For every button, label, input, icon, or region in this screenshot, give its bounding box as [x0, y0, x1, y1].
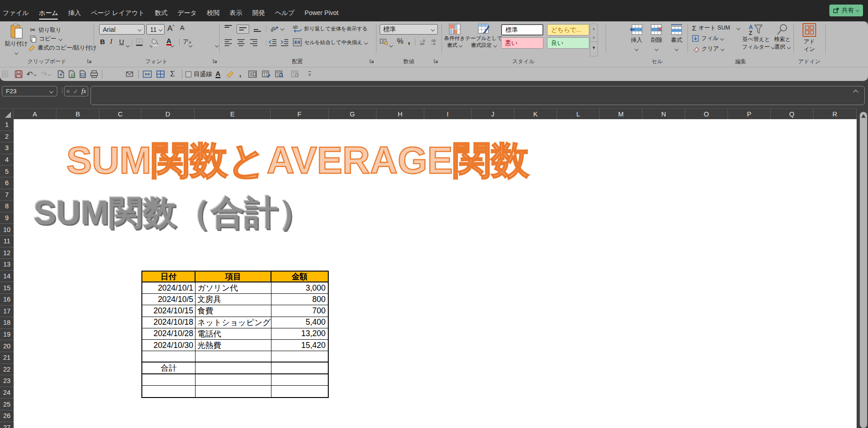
comma-style-button[interactable]: ,: [408, 36, 410, 46]
table-cell[interactable]: [196, 374, 271, 385]
borders-grid-button[interactable]: [156, 67, 165, 81]
column-header-M[interactable]: M: [600, 109, 642, 120]
menu-item-ホーム[interactable]: ホーム: [34, 0, 63, 21]
title-wordart[interactable]: SUM関数とAVERAGE関数: [66, 135, 529, 186]
table-cell[interactable]: 2024/10/28: [142, 328, 196, 339]
format-cells-button[interactable]: 書式: [667, 24, 687, 52]
column-header-H[interactable]: H: [376, 109, 424, 120]
align-bottom-button[interactable]: [253, 25, 262, 33]
table-cell[interactable]: 2024/10/30: [142, 340, 196, 351]
column-header-Q[interactable]: Q: [771, 109, 813, 120]
conditional-formatting-button[interactable]: 条件付き 書式: [443, 24, 467, 49]
table-cell[interactable]: [142, 351, 196, 362]
row-header-11[interactable]: 11: [0, 236, 14, 247]
table-cell[interactable]: 15,420: [271, 340, 328, 351]
export-button[interactable]: [125, 67, 134, 81]
table-search-disabled-button[interactable]: [291, 67, 300, 81]
table-total-cell[interactable]: [196, 363, 271, 373]
column-header-P[interactable]: P: [728, 109, 771, 120]
table-cell[interactable]: 電話代: [196, 328, 271, 339]
row-header-19[interactable]: 19: [0, 329, 14, 341]
column-header-B[interactable]: B: [56, 109, 100, 120]
merge-center-button[interactable]: セルを結合して中央揃え: [293, 38, 368, 46]
addins-button[interactable]: アド イン: [799, 23, 819, 53]
autosum-button[interactable]: Σ オート SUM: [692, 24, 740, 32]
menu-item-データ[interactable]: データ: [172, 0, 202, 21]
sort-filter-button[interactable]: A Z 並べ替えと フィルター: [742, 24, 770, 51]
merge-cells-button[interactable]: [143, 67, 152, 81]
column-header-J[interactable]: J: [472, 109, 514, 120]
increase-font-button[interactable]: A^: [167, 24, 175, 33]
table-cell[interactable]: 2024/10/18: [142, 317, 196, 328]
column-header-E[interactable]: E: [195, 109, 271, 120]
gallery-scroll[interactable]: ˄ ˅ ▼: [590, 24, 598, 56]
row-header-13[interactable]: 13: [0, 259, 14, 271]
decrease-decimal-button[interactable]: .00→0: [429, 38, 438, 45]
insert-cells-button[interactable]: 挿入: [627, 24, 647, 52]
font-color-button[interactable]: A: [166, 37, 171, 45]
row-header-18[interactable]: 18: [0, 317, 14, 329]
cell-format-button[interactable]: [248, 67, 257, 81]
table-cell[interactable]: 2024/10/5: [142, 294, 196, 305]
page-setup-button[interactable]: [57, 67, 65, 81]
orientation-button[interactable]: ab: [270, 24, 284, 33]
enter-button[interactable]: ✓: [73, 88, 78, 95]
row-header-17[interactable]: 17: [0, 306, 14, 317]
column-header-G[interactable]: G: [329, 109, 376, 120]
column-header-C[interactable]: C: [100, 109, 141, 120]
scrollbar-thumb[interactable]: [860, 112, 867, 428]
cell-style-どちらで...[interactable]: どちらで...: [547, 24, 589, 35]
underline-button[interactable]: U: [119, 38, 124, 45]
cut-button[interactable]: ✂ 切り取り: [30, 26, 61, 34]
row-header-9[interactable]: 9: [0, 212, 14, 224]
row-header-4[interactable]: 4: [0, 154, 14, 166]
table-cell[interactable]: [142, 374, 196, 385]
clear-button[interactable]: クリア: [692, 45, 724, 53]
table-cell[interactable]: 食費: [196, 305, 271, 316]
font-size-combo[interactable]: 11: [146, 24, 165, 35]
phonetic-button[interactable]: ア≡: [183, 38, 191, 46]
table-cell[interactable]: 800: [271, 294, 328, 305]
vertical-scrollbar[interactable]: [857, 108, 868, 428]
format-painter-button[interactable]: 書式のコピー/貼り付け: [28, 44, 97, 52]
decrease-indent-button[interactable]: [268, 38, 277, 46]
menu-item-数式[interactable]: 数式: [150, 0, 172, 21]
table-cell[interactable]: 13,200: [271, 328, 328, 339]
row-header-3[interactable]: 3: [0, 142, 14, 154]
table-cell[interactable]: [196, 386, 271, 397]
number-format-combo[interactable]: 標準: [380, 24, 438, 35]
align-right-button[interactable]: [249, 38, 258, 46]
delete-cells-button[interactable]: 削除: [647, 24, 667, 52]
print-preview-button[interactable]: [79, 67, 86, 81]
select-all-button[interactable]: [0, 109, 14, 120]
align-top-button[interactable]: [224, 25, 233, 33]
menu-item-校閲[interactable]: 校閲: [202, 0, 225, 21]
align-middle-button[interactable]: [236, 25, 249, 34]
print-preview-check-button[interactable]: [68, 67, 75, 81]
table-edit-button[interactable]: [262, 67, 271, 81]
row-header-15[interactable]: 15: [0, 282, 14, 294]
row-header-25[interactable]: 25: [0, 398, 14, 410]
increase-decimal-button[interactable]: ←0.00: [418, 38, 427, 45]
paste-button[interactable]: 貼り付け: [5, 24, 28, 56]
row-header-23[interactable]: 23: [0, 375, 14, 387]
menu-item-開発[interactable]: 開発: [247, 0, 270, 21]
font-color-qat-button[interactable]: A: [216, 67, 221, 81]
number-dialog-launcher[interactable]: [434, 59, 438, 63]
row-header-22[interactable]: 22: [0, 364, 14, 376]
alignment-dialog-launcher[interactable]: [370, 59, 374, 63]
table-cell[interactable]: ネットショッピング: [196, 317, 271, 328]
table-total-cell[interactable]: 合計: [142, 363, 196, 373]
comma-qat-button[interactable]: ,: [239, 67, 241, 81]
row-header-26[interactable]: 26: [0, 410, 14, 422]
row-header-7[interactable]: 7: [0, 189, 14, 201]
subtitle-wordart[interactable]: SUM関数（合計）: [34, 191, 312, 236]
column-header-A[interactable]: A: [14, 109, 56, 120]
table-cell[interactable]: 5,400: [271, 317, 328, 328]
table-cell[interactable]: 文房具: [196, 294, 271, 305]
row-header-21[interactable]: 21: [0, 352, 14, 364]
font-family-combo[interactable]: Arial: [99, 24, 145, 35]
percent-style-button[interactable]: %: [397, 37, 403, 45]
row-header-20[interactable]: 20: [0, 340, 14, 352]
menu-item-表示[interactable]: 表示: [225, 0, 247, 21]
